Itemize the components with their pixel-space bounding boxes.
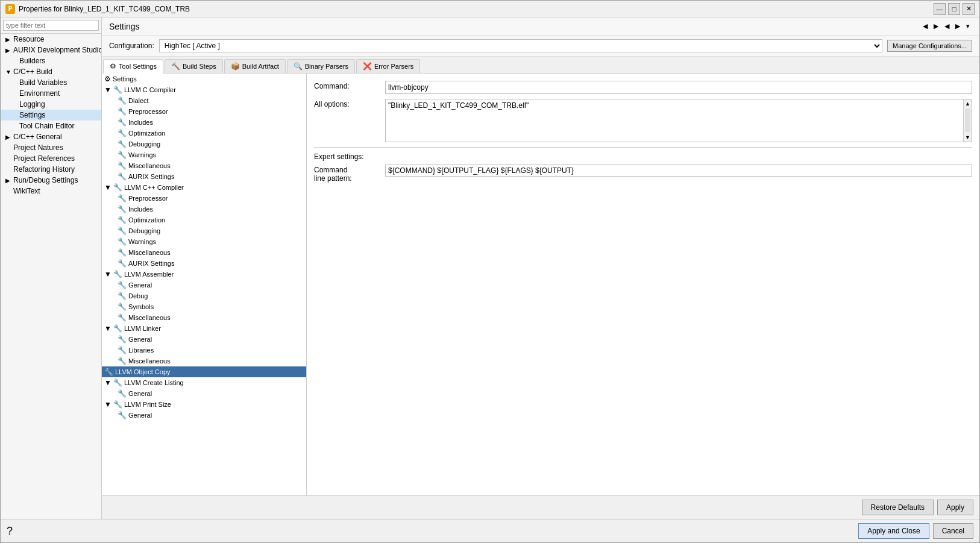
- expand-icon: ▶: [5, 177, 11, 184]
- nav-arrows: ◀ ▶ ◀ ▶ ▾: [920, 21, 972, 31]
- tool-item-misc-asm[interactable]: 🔧 Miscellaneous: [102, 312, 306, 323]
- tab-build-artifact[interactable]: 📦 Build Artifact: [224, 59, 286, 73]
- tool-item-llvm-linker[interactable]: ▼ 🔧 LLVM Linker: [102, 323, 306, 334]
- tool-item-general-asm[interactable]: 🔧 General: [102, 280, 306, 290]
- sidebar-item-aurix[interactable]: ▶ AURIX Development Studio: [1, 45, 101, 55]
- tool-item-llvm-object-copy[interactable]: 🔧 LLVM Object Copy: [102, 366, 306, 377]
- restore-defaults-button[interactable]: Restore Defaults: [862, 500, 934, 515]
- collapse-icon: ▼: [104, 400, 112, 409]
- tool-item-label: LLVM C Compiler: [124, 86, 176, 93]
- tool-item-misc-linker[interactable]: 🔧 Miscellaneous: [102, 356, 306, 366]
- maximize-button[interactable]: □: [948, 3, 960, 15]
- sidebar-item-logging[interactable]: Logging: [1, 99, 101, 110]
- back-disabled[interactable]: ▶: [931, 21, 941, 31]
- close-button[interactable]: ✕: [963, 3, 975, 15]
- configuration-select[interactable]: HighTec [ Active ]: [159, 39, 882, 52]
- tool-item-debugging2[interactable]: 🔧 Debugging: [102, 225, 306, 236]
- all-options-row: All options: "Blinky_LED_1_KIT_TC499_COM…: [314, 99, 972, 142]
- leaf-icon: 🔧: [118, 411, 127, 419]
- apply-and-close-button[interactable]: Apply and Close: [858, 523, 929, 539]
- tab-build-steps[interactable]: 🔨 Build Steps: [165, 59, 223, 73]
- sidebar-item-settings[interactable]: Settings: [1, 110, 101, 121]
- leaf-icon: 🔧: [118, 335, 127, 344]
- sidebar-item-cpp-general[interactable]: ▶ C/C++ General: [1, 131, 101, 142]
- tool-item-warnings2[interactable]: 🔧 Warnings: [102, 236, 306, 247]
- scroll-up-button[interactable]: ▲: [964, 99, 972, 108]
- tool-item-includes[interactable]: 🔧 Includes: [102, 117, 306, 128]
- tool-item-label: LLVM Print Size: [124, 401, 171, 408]
- tool-item-label: Warnings: [128, 238, 156, 245]
- tool-item-debugging[interactable]: 🔧 Debugging: [102, 139, 306, 149]
- sidebar-item-label: WikiText: [13, 187, 40, 195]
- leaf-icon: 🔧: [118, 259, 127, 268]
- apply-button[interactable]: Apply: [937, 500, 973, 515]
- sidebar-item-refactoring-history[interactable]: Refactoring History: [1, 164, 101, 175]
- tool-item-general-print[interactable]: 🔧 General: [102, 410, 306, 421]
- sidebar-item-toolchain-editor[interactable]: Tool Chain Editor: [1, 121, 101, 131]
- tool-item-label: AURIX Settings: [128, 260, 174, 267]
- forward-disabled[interactable]: ▶: [953, 21, 963, 31]
- tool-item-preprocessor[interactable]: 🔧 Preprocessor: [102, 106, 306, 117]
- help-button[interactable]: ?: [7, 525, 13, 538]
- build-steps-icon: 🔨: [171, 62, 180, 71]
- sidebar-item-environment[interactable]: Environment: [1, 88, 101, 99]
- tab-bar: ⚙ Tool Settings 🔨 Build Steps 📦 Build Ar…: [102, 57, 979, 74]
- tab-label: Binary Parsers: [305, 63, 348, 70]
- tool-item-symbols-asm[interactable]: 🔧 Symbols: [102, 301, 306, 312]
- cancel-button[interactable]: Cancel: [933, 523, 973, 539]
- sidebar-item-project-references[interactable]: Project References: [1, 153, 101, 164]
- tool-item-llvm-assembler[interactable]: ▼ 🔧 LLVM Assembler: [102, 269, 306, 280]
- leaf-icon: 🔧: [118, 281, 127, 289]
- sidebar-item-resource[interactable]: ▶ Resource: [1, 34, 101, 45]
- tool-item-label: Symbols: [128, 303, 154, 310]
- sidebar-item-cpp-build[interactable]: ▼ C/C++ Build: [1, 66, 101, 77]
- tab-label: Tool Settings: [119, 63, 157, 70]
- filter-input[interactable]: [3, 20, 99, 31]
- tool-item-llvm-c-compiler[interactable]: ▼ 🔧 LLVM C Compiler: [102, 84, 306, 95]
- sidebar-item-run-debug[interactable]: ▶ Run/Debug Settings: [1, 175, 101, 186]
- tool-item-miscellaneous2[interactable]: 🔧 Miscellaneous: [102, 247, 306, 258]
- minimize-button[interactable]: —: [934, 3, 946, 15]
- collapse-icon: ▼: [104, 378, 112, 387]
- tool-item-preprocessor2[interactable]: 🔧 Preprocessor: [102, 193, 306, 204]
- tool-settings-tree: ⚙ Settings ▼ 🔧 LLVM C Compiler 🔧 Dialect…: [102, 74, 307, 495]
- tool-item-miscellaneous[interactable]: 🔧 Miscellaneous: [102, 160, 306, 171]
- all-options-value: "Blinky_LED_1_KIT_TC499_COM_TRB.elf": [386, 99, 963, 142]
- expand-icon: ▶: [5, 134, 11, 140]
- tool-item-settings-root[interactable]: ⚙ Settings: [102, 74, 306, 84]
- sidebar-item-wiki-text[interactable]: WikiText: [1, 186, 101, 196]
- leaf-icon: 🔧: [118, 248, 127, 257]
- tool-item-general-listing[interactable]: 🔧 General: [102, 388, 306, 399]
- sidebar-item-project-natures[interactable]: Project Natures: [1, 142, 101, 153]
- tab-binary-parsers[interactable]: 🔍 Binary Parsers: [287, 59, 355, 73]
- tool-item-dialect[interactable]: 🔧 Dialect: [102, 95, 306, 106]
- tool-item-aurix-settings[interactable]: 🔧 AURIX Settings: [102, 171, 306, 182]
- tool-item-general-linker[interactable]: 🔧 General: [102, 334, 306, 345]
- forward-button[interactable]: ◀: [942, 21, 952, 31]
- tool-item-warnings[interactable]: 🔧 Warnings: [102, 149, 306, 160]
- tool-item-libraries-linker[interactable]: 🔧 Libraries: [102, 345, 306, 356]
- tool-item-debug-asm[interactable]: 🔧 Debug: [102, 290, 306, 301]
- tool-item-aurix-settings2[interactable]: 🔧 AURIX Settings: [102, 258, 306, 269]
- command-input[interactable]: [385, 81, 972, 94]
- back-button[interactable]: ◀: [920, 21, 930, 31]
- tool-item-optimization2[interactable]: 🔧 Optimization: [102, 215, 306, 225]
- collapse-icon: ▼: [5, 69, 11, 75]
- tool-item-includes2[interactable]: 🔧 Includes: [102, 204, 306, 215]
- tool-item-llvm-create-listing[interactable]: ▼ 🔧 LLVM Create Listing: [102, 377, 306, 388]
- tool-item-llvm-cpp-compiler[interactable]: ▼ 🔧 LLVM C++ Compiler: [102, 182, 306, 193]
- listing-icon: 🔧: [113, 378, 122, 387]
- sidebar-item-label: Project Natures: [13, 143, 63, 152]
- menu-button[interactable]: ▾: [964, 21, 972, 31]
- tool-item-optimization[interactable]: 🔧 Optimization: [102, 128, 306, 139]
- sidebar-item-builders[interactable]: Builders: [1, 55, 101, 66]
- sidebar-item-build-variables[interactable]: Build Variables: [1, 77, 101, 88]
- manage-configurations-button[interactable]: Manage Configurations...: [887, 40, 972, 52]
- titlebar: P Properties for Blinky_LED_1_KIT_TC499_…: [1, 1, 979, 17]
- command-row: Command:: [314, 81, 972, 94]
- settings-header-area: Settings ◀ ▶ ◀ ▶ ▾: [102, 17, 979, 36]
- tab-tool-settings[interactable]: ⚙ Tool Settings: [103, 59, 163, 74]
- tool-item-llvm-print-size[interactable]: ▼ 🔧 LLVM Print Size: [102, 399, 306, 410]
- scroll-down-button[interactable]: ▼: [964, 133, 972, 142]
- tab-error-parsers[interactable]: ❌ Error Parsers: [356, 59, 420, 73]
